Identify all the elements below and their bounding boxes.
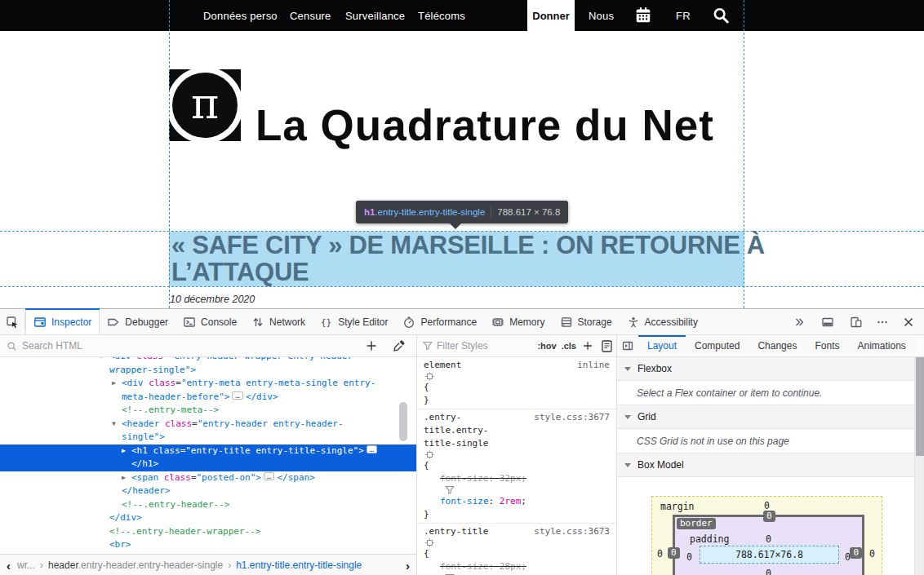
breadcrumb-item[interactable]: header.entry-header.entry-header-single (48, 560, 223, 571)
collapsed-children-badge[interactable]: … (366, 445, 377, 453)
dock-options-icon[interactable] (815, 316, 840, 329)
css-property[interactable]: font-size: 2rem; (424, 495, 610, 508)
close-devtools-icon[interactable] (896, 316, 921, 329)
nav-item[interactable]: Surveillance (345, 0, 405, 31)
devtools-tab-accessibility[interactable]: Accessibility (620, 309, 705, 334)
expand-right-icon[interactable]: ▶ (122, 471, 126, 485)
rule-selector-line[interactable]: title.entry- (424, 424, 610, 437)
margin-right-value[interactable]: 0 (869, 548, 875, 560)
filter-styles-input[interactable]: Filter Styles (417, 340, 535, 352)
content-box[interactable]: 788.617×76.8 (700, 546, 839, 564)
rule-source-link[interactable]: style.css:3673 (534, 525, 610, 538)
padding-left-value[interactable]: 0 (686, 551, 692, 563)
markup-line[interactable]: </div> (0, 511, 416, 525)
margin-top-value[interactable]: 0 (652, 500, 882, 511)
margin-left-value[interactable]: 0 (657, 548, 663, 560)
markup-line[interactable]: <!--.entry-header--> (0, 498, 416, 512)
nav-item[interactable]: Censure (290, 0, 331, 31)
breadcrumb-scroll-left-icon[interactable]: ‹ (0, 559, 17, 573)
markup-scrollbar[interactable] (399, 402, 407, 441)
eyedropper-icon[interactable] (387, 339, 411, 352)
nav-item[interactable]: Données perso (203, 0, 278, 31)
meatball-menu-icon[interactable] (870, 316, 895, 329)
markup-line[interactable]: </h1> (0, 458, 416, 471)
markup-line[interactable]: ▶<h1 class="entry-title entry-title-sing… (0, 445, 416, 458)
flexbox-section-header[interactable]: Flexbox (617, 357, 924, 381)
pick-element-icon[interactable] (0, 309, 24, 334)
rule-selector-line[interactable]: .entry-style.css:3677 (424, 411, 610, 424)
toggle-classes-button[interactable]: .cls (559, 339, 579, 352)
sidebar-toggle-icon[interactable] (617, 335, 638, 356)
rule-selector[interactable]: title-single (424, 438, 488, 449)
rule-selector[interactable]: .entry-title (424, 526, 488, 537)
breadcrumb-scroll-right-icon[interactable]: › (399, 559, 416, 573)
nav-item-donner[interactable]: Donner (527, 0, 575, 31)
rule-source-link[interactable]: inline (577, 359, 610, 372)
layout-scrollbar-thumb[interactable] (916, 357, 924, 456)
selector-highlighter-icon[interactable] (425, 450, 434, 459)
markup-line[interactable]: <!--.entry-header-wrapper--> (0, 525, 416, 539)
nav-item-nous[interactable]: Nous (589, 0, 614, 31)
print-media-icon[interactable] (597, 340, 616, 352)
padding-top-value[interactable]: 0 (675, 533, 862, 545)
search-icon[interactable] (712, 7, 730, 24)
site-title[interactable]: La Quadrature du Net (255, 100, 714, 150)
rule-selector[interactable]: .entry- (424, 412, 461, 422)
rule-source-link[interactable]: style.css:3677 (534, 411, 610, 424)
breadcrumb-item[interactable]: wr... (17, 560, 35, 571)
devtools-tab-memory[interactable]: Memory (484, 309, 552, 334)
selector-highlighter-icon[interactable] (425, 538, 434, 547)
breadcrumb-item[interactable]: h1.entry-title.entry-title-single (236, 560, 362, 571)
boxmodel-section-header[interactable]: Box Model (617, 453, 924, 477)
border-left-value[interactable]: 0 (668, 547, 680, 559)
nav-item[interactable]: Télécoms (418, 0, 465, 31)
collapsed-children-badge[interactable]: … (232, 391, 242, 400)
padding-bottom-value[interactable]: 0 (675, 568, 862, 575)
devtools-tab-network[interactable]: Network (244, 309, 313, 334)
responsive-design-mode-icon[interactable] (844, 316, 868, 329)
rule-selector-line[interactable]: title-single { (424, 437, 610, 472)
expand-down-icon[interactable]: ▼ (112, 418, 116, 431)
devtools-tab-style-editor[interactable]: {}Style Editor (313, 309, 395, 334)
rule-selector-line[interactable]: .entry-titlestyle.css:3673 (424, 525, 610, 547)
more-tabs-chevron-icon[interactable] (787, 316, 811, 329)
calendar-icon[interactable] (634, 7, 652, 24)
sidebar-tab-computed[interactable]: Computed (686, 335, 749, 356)
devtools-tab-debugger[interactable]: Debugger (100, 309, 175, 334)
toggle-pseudo-classes-button[interactable]: :hov (535, 339, 558, 352)
markup-line[interactable]: <br> (0, 538, 416, 552)
add-rule-icon[interactable] (579, 340, 597, 352)
rule-selector[interactable]: { (424, 548, 429, 559)
css-property[interactable]: font-size: 32px; (424, 472, 610, 495)
markup-line[interactable]: meta-header-before">…</div> (0, 391, 416, 405)
markup-line[interactable]: ▼<div class="entry-header-wrapper entry-… (0, 357, 416, 364)
devtools-tab-performance[interactable]: Performance (395, 309, 484, 334)
devtools-tab-storage[interactable]: Storage (553, 309, 620, 334)
expand-down-icon[interactable]: ▼ (100, 357, 104, 364)
sidebar-tab-animations[interactable]: Animations (848, 335, 914, 356)
rule-selector[interactable]: element (424, 360, 461, 370)
rule-selector[interactable]: title.entry- (424, 425, 488, 436)
search-html-input[interactable]: Search HTML (0, 340, 359, 352)
site-logo[interactable]: π (169, 69, 241, 141)
sidebar-tab-fonts[interactable]: Fonts (806, 335, 848, 356)
sidebar-tab-changes[interactable]: Changes (749, 335, 806, 356)
rule-selector-line[interactable]: { (424, 547, 610, 560)
markup-line[interactable]: ▶<span class="posted-on">…</span> (0, 471, 416, 485)
selector-highlighter-icon[interactable] (425, 372, 434, 381)
css-property[interactable]: font-size: 28px; (424, 560, 610, 575)
collapsed-children-badge[interactable]: … (264, 472, 274, 480)
markup-line[interactable]: ▼<header class="entry-header entry-heade… (0, 418, 416, 431)
expand-right-icon[interactable]: ▶ (112, 377, 116, 391)
expand-right-icon[interactable]: ▶ (122, 445, 126, 458)
grid-section-header[interactable]: Grid (617, 405, 924, 429)
markup-line[interactable]: wrapper-single"> (0, 364, 416, 378)
filter-property-icon[interactable] (445, 485, 455, 495)
rule-selector-line[interactable]: element {inline (424, 359, 610, 394)
devtools-tab-inspector[interactable]: Inspector (25, 309, 100, 334)
add-node-icon[interactable] (359, 339, 384, 352)
border-right-value[interactable]: 0 (850, 547, 862, 559)
layout-scrollbar[interactable] (914, 357, 924, 575)
markup-line[interactable]: <!--.entry-meta--> (0, 404, 416, 418)
sidebar-tab-layout[interactable]: Layout (638, 335, 686, 356)
